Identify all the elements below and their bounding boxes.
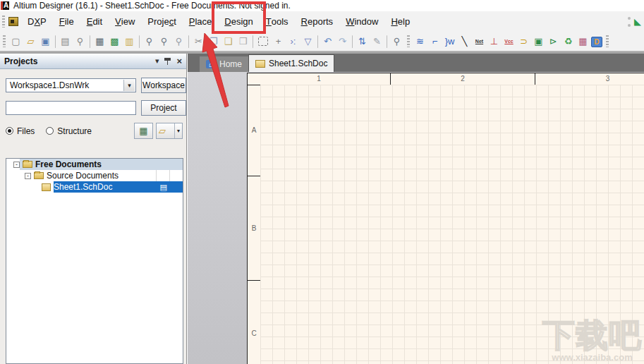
component-icon[interactable]: ▦: [93, 35, 107, 48]
ruler-column-label: 2: [391, 73, 535, 85]
menu-tools[interactable]: Tools: [260, 11, 295, 32]
place-code-symbol-icon[interactable]: D: [591, 37, 602, 47]
schematic-canvas[interactable]: 1 2 3 A B C 下载吧 www.xiazaiba.com: [188, 72, 644, 364]
tree-row-free-documents[interactable]: - Free Documents: [6, 159, 183, 170]
tree-label: Free Documents: [35, 159, 102, 169]
files-radio[interactable]: Files: [6, 126, 35, 136]
workspace-button[interactable]: Workspace: [141, 78, 186, 93]
new-document-icon[interactable]: ▢: [9, 35, 23, 48]
zoom-area-icon[interactable]: ⚲: [157, 35, 171, 48]
place-vcc-port-icon[interactable]: Vcc: [502, 35, 516, 48]
place-bus-icon[interactable]: ⌐: [428, 35, 442, 48]
chevron-down-icon[interactable]: ▾: [123, 80, 135, 91]
place-net-label-icon[interactable]: Net: [473, 35, 486, 48]
panel-menu-icon[interactable]: ▾: [155, 57, 159, 65]
sheet-grid[interactable]: 下载吧 www.xiazaiba.com: [260, 85, 644, 364]
title-bar: A Altium Designer (16.1) - Sheet1.SchDoc…: [0, 0, 644, 12]
place-gnd-port-icon[interactable]: ⊥: [487, 35, 501, 48]
tree-label: Sheet1.SchDoc: [54, 182, 112, 192]
open-document-icon: ▤: [160, 181, 167, 193]
menu-file[interactable]: File: [53, 11, 80, 32]
place-sheet-entry-icon[interactable]: ⊳: [547, 35, 560, 48]
component-view-button[interactable]: ▦: [134, 123, 153, 139]
open-folder-icon[interactable]: ▱: [24, 35, 37, 48]
projects-panel-title: Projects: [4, 56, 37, 66]
structure-radio[interactable]: Structure: [46, 126, 92, 136]
place-wire-icon[interactable]: ≋: [413, 35, 427, 48]
menu-items: DXPFileEditViewProjectPlaceDesignToolsRe…: [21, 11, 416, 32]
move-selection-icon[interactable]: +: [272, 35, 285, 48]
schematic-sheet[interactable]: 1 2 3 A B C 下载吧 www.xiazaiba.com: [247, 73, 644, 364]
project-name-input[interactable]: [6, 101, 136, 115]
workspace-select[interactable]: Workspace1.DsnWrk ▾: [6, 78, 136, 92]
separator: [55, 35, 56, 48]
collapse-icon[interactable]: -: [25, 173, 31, 179]
zoom-selection-icon[interactable]: ⚲: [172, 35, 186, 48]
place-bus-entry-icon[interactable]: }w: [443, 35, 456, 48]
close-icon[interactable]: ×: [176, 57, 182, 65]
projects-panel-body: Workspace1.DsnWrk ▾ Workspace Project Fi…: [0, 69, 186, 156]
radio-unselected-icon: [46, 127, 54, 135]
place-sheet-symbol-icon[interactable]: ▣: [532, 35, 545, 48]
separator: [90, 35, 90, 48]
project-button[interactable]: Project: [141, 100, 186, 116]
print-preview-icon[interactable]: ⚲: [73, 35, 87, 48]
cross-probe-icon[interactable]: ⇅: [356, 35, 369, 48]
schematic-doc-icon: [42, 183, 51, 191]
schematic-doc-icon: [255, 60, 265, 68]
folder-icon: [23, 161, 32, 168]
schematic-standard-toolbar: ▢▱▣▤⚲▦▩▥⚲⚲⚲✂❐❑❒+›:▽↶↷⇅✎⚲: [0, 35, 404, 48]
paste-special-icon[interactable]: ❒: [236, 35, 250, 48]
tab-home[interactable]: ⌂ Home: [200, 56, 248, 72]
menu-view[interactable]: View: [109, 11, 141, 32]
tree-row-sheet1-schdoc[interactable]: Sheet1.SchDoc ▤: [6, 181, 183, 193]
separator: [387, 35, 387, 48]
separator: [352, 35, 353, 48]
place-harness-connector-icon[interactable]: ▦: [576, 35, 590, 48]
deselect-icon[interactable]: ›:: [286, 35, 300, 48]
chevron-down-icon[interactable]: ▾: [174, 123, 180, 138]
menu-design[interactable]: Design: [218, 11, 259, 32]
menu-edit[interactable]: Edit: [80, 11, 109, 32]
toolbar-grip: [606, 35, 609, 47]
select-area-icon[interactable]: [258, 37, 268, 46]
sketch-tools-icon[interactable]: ◣: [628, 17, 641, 27]
toolbar-grip: [3, 35, 6, 47]
menu-place[interactable]: Place: [183, 11, 219, 32]
place-part-icon[interactable]: ⊃: [517, 35, 530, 48]
pin-icon[interactable]: [164, 57, 171, 65]
mask-level-icon[interactable]: ✎: [370, 35, 384, 48]
place-signal-harness-icon[interactable]: ╲: [458, 35, 471, 48]
toolbar: ▢▱▣▤⚲▦▩▥⚲⚲⚲✂❐❑❒+›:▽↶↷⇅✎⚲ ≋⌐}w╲Net⊥Vcc⊃▣⊳…: [0, 32, 644, 51]
ruler-row-label: C: [248, 281, 260, 364]
place-device-sheet-icon[interactable]: ♻: [561, 35, 575, 48]
undo-icon[interactable]: ↶: [321, 35, 334, 48]
cut-icon[interactable]: ✂: [192, 35, 205, 48]
clear-filter-icon[interactable]: ▽: [301, 35, 315, 48]
dxp-icon[interactable]: [8, 17, 18, 26]
menu-dxp[interactable]: DXP: [21, 11, 53, 32]
watermark-title: 下载吧: [542, 319, 642, 351]
save-icon[interactable]: ▣: [39, 35, 52, 48]
structure-radio-label: Structure: [57, 126, 92, 136]
menu-reports[interactable]: Reports: [295, 11, 340, 32]
tree-row-source-documents[interactable]: - Source Documents: [6, 170, 183, 181]
redo-icon[interactable]: ↷: [336, 35, 349, 48]
print-icon[interactable]: ▤: [59, 35, 72, 48]
tab-sheet1-schdoc[interactable]: Sheet1.SchDoc: [248, 54, 334, 72]
folder-icon: [34, 172, 44, 179]
ruler-column-label: 1: [248, 73, 391, 85]
menu-help[interactable]: Help: [384, 11, 416, 32]
open-project-button[interactable]: ▱ ▾: [156, 123, 183, 139]
zoom-document-icon[interactable]: ⚲: [142, 35, 156, 48]
copy-icon[interactable]: ❐: [207, 35, 220, 48]
collapse-icon[interactable]: -: [13, 162, 20, 168]
menu-project[interactable]: Project: [141, 11, 182, 32]
pcb-document-icon[interactable]: ▩: [108, 35, 121, 48]
browse-library-icon[interactable]: ⚲: [390, 35, 403, 48]
chip-icon: ▦: [139, 126, 147, 136]
document-tab-bar: ⌂ Home Sheet1.SchDoc: [188, 54, 644, 72]
paste-icon[interactable]: ❑: [221, 35, 235, 48]
menu-window[interactable]: Window: [339, 11, 384, 32]
documents-icon[interactable]: ▥: [123, 35, 136, 48]
